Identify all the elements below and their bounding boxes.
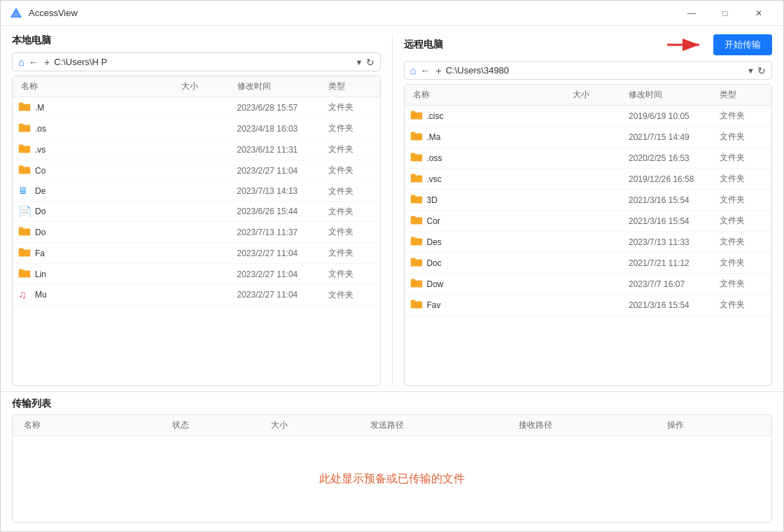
folder-icon (18, 122, 31, 135)
file-type: 文件夹 (326, 164, 374, 176)
local-path-input[interactable] (54, 57, 352, 67)
file-name: Lin (35, 270, 46, 279)
table-row[interactable]: .M 2023/6/28 15:57 文件夹 (13, 97, 380, 118)
table-row[interactable]: 🖥 De 2023/7/13 14:13 文件夹 (13, 181, 380, 202)
file-date: 2023/4/18 16:03 (234, 124, 326, 134)
remote-home-icon[interactable]: ⌂ (410, 64, 416, 76)
file-type: 文件夹 (717, 194, 766, 206)
file-name-cell: 🖥 De (18, 185, 178, 197)
table-row[interactable]: .os 2023/4/18 16:03 文件夹 (13, 118, 380, 139)
app-logo (9, 6, 23, 20)
file-date: 2023/7/13 11:33 (626, 237, 717, 247)
transfer-section: 传输列表 名称 状态 大小 发送路径 接收路径 操作 此处显示预备或已传输的文件 (1, 391, 783, 531)
table-row[interactable]: Fav 2021/3/16 15:54 文件夹 (405, 295, 772, 316)
col-type: 类型 (326, 80, 374, 92)
file-name-cell: .os (18, 122, 178, 135)
table-row[interactable]: Fa 2023/2/27 11:04 文件夹 (13, 243, 380, 264)
file-type: 文件夹 (326, 144, 374, 155)
file-date: 2023/6/28 15:57 (234, 103, 326, 113)
table-row[interactable]: Lin 2023/2/27 11:04 文件夹 (13, 264, 380, 285)
panels-area: 本地电脑 ⌂ ← + ▼ ↻ 名称 大小 修改时间 (1, 26, 783, 391)
folder-icon (18, 267, 31, 281)
maximize-button[interactable]: □ (709, 1, 741, 26)
local-file-list-body: .M 2023/6/28 15:57 文件夹 .os 2023/4/18 16:… (13, 97, 380, 385)
back-button[interactable]: ← (27, 57, 40, 68)
file-type: 文件夹 (717, 299, 766, 311)
table-row[interactable]: .oss 2020/2/25 16:53 文件夹 (405, 148, 772, 169)
file-type: 文件夹 (717, 110, 766, 122)
file-date: 2021/3/16 15:54 (626, 195, 717, 205)
file-name-cell: Do (18, 225, 178, 239)
file-name-cell: Fa (18, 246, 178, 260)
start-transfer-button[interactable]: 开始传输 (713, 34, 772, 55)
transfer-col-size: 大小 (268, 419, 367, 431)
folder-icon (410, 109, 423, 122)
table-row[interactable]: .vsc 2019/12/26 16:58 文件夹 (405, 169, 772, 190)
remote-file-list-header: 名称 大小 修改时间 类型 (405, 85, 772, 106)
table-row[interactable]: .cisc 2019/6/19 10:05 文件夹 (405, 106, 772, 127)
file-date: 2019/12/26 16:58 (626, 174, 717, 184)
close-button[interactable]: ✕ (743, 1, 775, 26)
folder-icon (18, 225, 31, 239)
folder-icon (410, 235, 423, 248)
remote-panel: 远程电脑 开始传输 (404, 34, 773, 386)
remote-refresh-button[interactable]: ↻ (757, 65, 766, 76)
file-type: 文件夹 (326, 206, 374, 218)
file-name: De (35, 186, 46, 196)
main-window: AccessView — □ ✕ 本地电脑 ⌂ ← + ▼ ↻ (0, 0, 784, 532)
local-file-list: 名称 大小 修改时间 类型 .M 2023/6/28 15:57 文件夹 (12, 76, 381, 386)
file-name: .M (35, 103, 44, 113)
file-type: 文件夹 (326, 247, 374, 259)
table-row[interactable]: .Ma 2021/7/15 14:49 文件夹 (405, 127, 772, 148)
file-type: 文件夹 (717, 236, 766, 248)
table-row[interactable]: .vs 2023/6/12 11:31 文件夹 (13, 139, 380, 160)
table-row[interactable]: Do 2023/7/13 11:37 文件夹 (13, 222, 380, 243)
remote-add-button[interactable]: + (435, 65, 443, 76)
file-name-cell: .oss (410, 151, 570, 164)
table-row[interactable]: 3D 2021/3/16 15:54 文件夹 (405, 190, 772, 211)
app-title: AccessView (29, 8, 676, 18)
remote-col-size: 大小 (570, 89, 626, 101)
local-panel: 本地电脑 ⌂ ← + ▼ ↻ 名称 大小 修改时间 (12, 34, 381, 386)
file-date: 2019/6/19 10:05 (626, 111, 717, 121)
file-name-cell: 📄 Do (18, 205, 178, 218)
remote-path-input[interactable] (446, 65, 744, 76)
file-name-cell: .vs (18, 143, 178, 156)
folder-icon (410, 277, 423, 290)
refresh-button[interactable]: ↻ (366, 57, 374, 68)
table-row[interactable]: Co 2023/2/27 11:04 文件夹 (13, 160, 380, 181)
path-dropdown-button[interactable]: ▼ (356, 58, 363, 66)
file-name-cell: .cisc (410, 109, 570, 122)
col-date: 修改时间 (234, 80, 326, 92)
minimize-button[interactable]: — (676, 1, 708, 26)
home-icon[interactable]: ⌂ (18, 56, 24, 68)
table-row[interactable]: Dow 2023/7/7 16:07 文件夹 (405, 274, 772, 295)
folder-icon (410, 193, 423, 206)
table-row[interactable]: 📄 Do 2023/6/26 15:44 文件夹 (13, 202, 380, 222)
local-panel-header: 本地电脑 (12, 34, 381, 47)
table-row[interactable]: Doc 2021/7/21 11:12 文件夹 (405, 253, 772, 274)
local-panel-title: 本地电脑 (12, 34, 51, 47)
transfer-btn-wrapper: 开始传输 (666, 34, 772, 55)
file-name-cell: Lin (18, 267, 178, 281)
remote-panel-header: 远程电脑 开始传输 (404, 34, 773, 55)
table-row[interactable]: Cor 2021/3/16 15:54 文件夹 (405, 211, 772, 232)
remote-back-button[interactable]: ← (419, 65, 432, 76)
col-size: 大小 (178, 80, 234, 92)
file-type: 文件夹 (717, 278, 766, 290)
table-row[interactable]: ♫ Mu 2023/2/27 11:04 文件夹 (13, 285, 380, 305)
file-date: 2023/2/27 11:04 (234, 248, 326, 258)
add-button[interactable]: + (43, 57, 51, 68)
remote-col-name: 名称 (410, 89, 570, 101)
transfer-col-action: 操作 (664, 419, 763, 431)
file-name-cell: Doc (410, 256, 570, 270)
remote-path-dropdown-button[interactable]: ▼ (747, 66, 755, 75)
file-date: 2023/2/27 11:04 (234, 290, 326, 300)
file-date: 2023/6/12 11:31 (234, 145, 326, 155)
file-name: 3D (427, 195, 438, 205)
file-date: 2023/2/27 11:04 (234, 270, 326, 279)
file-date: 2023/7/13 11:37 (234, 227, 326, 237)
desktop-icon: 🖥 (18, 185, 31, 197)
file-name: Mu (35, 290, 47, 300)
table-row[interactable]: Des 2023/7/13 11:33 文件夹 (405, 232, 772, 253)
